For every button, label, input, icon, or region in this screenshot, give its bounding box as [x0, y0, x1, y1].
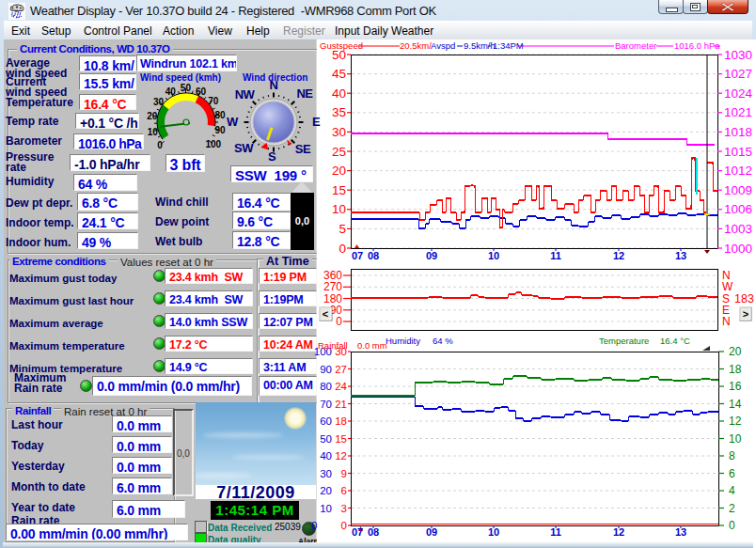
svg-text:1009: 1009	[724, 183, 752, 197]
svg-text:09: 09	[426, 250, 437, 261]
svg-text:20: 20	[320, 485, 332, 496]
svg-text:NE: NE	[296, 86, 313, 101]
svg-text:12: 12	[729, 415, 742, 428]
svg-text:100: 100	[205, 139, 221, 149]
svg-text:1:34PM: 1:34PM	[493, 40, 524, 51]
svg-text:60: 60	[320, 415, 332, 427]
svg-text:6: 6	[341, 485, 347, 496]
svg-text:0.0 mm: 0.0 mm	[357, 340, 387, 351]
svg-text:1015: 1015	[724, 145, 752, 159]
svg-text:Temperature: Temperature	[599, 336, 649, 346]
svg-text:64 %: 64 %	[433, 336, 453, 346]
svg-text:12: 12	[613, 250, 624, 261]
svg-text:0: 0	[729, 519, 735, 532]
svg-text:20: 20	[147, 111, 158, 121]
svg-text:1030: 1030	[724, 48, 752, 62]
svg-text:20: 20	[332, 164, 346, 178]
svg-text:4: 4	[729, 484, 735, 497]
svg-text:10: 10	[332, 202, 346, 216]
svg-text:9.5km/h: 9.5km/h	[464, 40, 496, 51]
svg-text:14: 14	[729, 398, 742, 411]
svg-text:80: 80	[215, 110, 227, 120]
svg-text:1021: 1021	[724, 105, 752, 119]
svg-text:30: 30	[153, 97, 165, 107]
svg-text:90: 90	[320, 364, 332, 375]
svg-text:11: 11	[550, 250, 561, 261]
svg-text:SW: SW	[234, 141, 254, 155]
svg-text:>: >	[743, 308, 748, 320]
svg-text:0: 0	[339, 242, 346, 256]
svg-text:10: 10	[729, 432, 742, 446]
svg-text:07: 07	[352, 250, 363, 261]
svg-text:Rainfall: Rainfall	[318, 340, 348, 351]
svg-text:35: 35	[332, 105, 346, 119]
svg-text:Barometer: Barometer	[615, 40, 656, 51]
svg-text:6: 6	[729, 467, 735, 480]
svg-text:5: 5	[339, 222, 346, 236]
svg-text:18: 18	[335, 415, 347, 427]
svg-text:10: 10	[148, 127, 159, 137]
svg-text:13: 13	[675, 250, 686, 261]
svg-text:50: 50	[181, 83, 192, 93]
svg-text:10: 10	[488, 250, 499, 261]
svg-text:90: 90	[215, 125, 227, 135]
svg-text:40: 40	[320, 450, 332, 462]
svg-text:15: 15	[332, 183, 346, 197]
svg-text:<: <	[323, 308, 328, 320]
svg-text:0: 0	[336, 315, 342, 328]
svg-text:70: 70	[208, 96, 219, 106]
svg-text:25: 25	[332, 145, 346, 159]
svg-text:20: 20	[729, 345, 742, 358]
svg-text:E: E	[312, 115, 321, 129]
svg-text:07: 07	[352, 526, 363, 538]
svg-text:27: 27	[335, 364, 347, 375]
svg-text:W: W	[227, 115, 239, 129]
svg-text:30: 30	[332, 125, 346, 139]
svg-text:0: 0	[311, 520, 317, 531]
svg-text:N: N	[722, 315, 731, 328]
svg-text:16: 16	[729, 380, 742, 393]
svg-text:2: 2	[729, 502, 735, 515]
svg-text:24: 24	[335, 381, 347, 392]
svg-text:45: 45	[332, 67, 346, 81]
svg-text:1027: 1027	[724, 67, 752, 81]
svg-text:20.5km/: 20.5km/	[400, 40, 432, 51]
svg-text:18: 18	[729, 363, 742, 376]
svg-text:1016.0 hPa: 1016.0 hPa	[674, 40, 720, 51]
svg-text:50: 50	[320, 433, 332, 445]
svg-text:08: 08	[368, 250, 379, 261]
svg-text:16.4 °C: 16.4 °C	[660, 336, 690, 346]
svg-text:S: S	[268, 149, 276, 164]
svg-text:0: 0	[341, 520, 347, 531]
svg-text:15: 15	[335, 433, 347, 445]
svg-text:60: 60	[196, 86, 207, 97]
svg-text:9: 9	[341, 468, 347, 479]
svg-text:1000: 1000	[724, 242, 752, 256]
svg-text:12: 12	[335, 450, 347, 462]
svg-text:NW: NW	[235, 87, 256, 102]
svg-text:40: 40	[165, 86, 177, 97]
svg-text:40: 40	[332, 86, 346, 101]
svg-text:1006: 1006	[724, 202, 752, 216]
svg-text:0: 0	[157, 140, 163, 150]
svg-text:21: 21	[335, 399, 347, 410]
svg-text:1018: 1018	[724, 125, 752, 139]
svg-text:3: 3	[341, 503, 347, 514]
svg-text:8: 8	[729, 449, 735, 462]
svg-text:Gustspeed: Gustspeed	[320, 40, 363, 51]
svg-text:SE: SE	[295, 142, 311, 156]
svg-text:80: 80	[320, 381, 332, 392]
svg-text:Humidity: Humidity	[386, 336, 420, 346]
svg-text:10: 10	[320, 503, 332, 514]
svg-text:Avspd: Avspd	[431, 40, 455, 51]
svg-text:70: 70	[320, 399, 332, 410]
svg-text:1012: 1012	[724, 164, 752, 178]
svg-text:N: N	[270, 78, 278, 92]
svg-text:183: 183	[734, 292, 754, 305]
svg-text:1024: 1024	[724, 86, 753, 101]
svg-text:30: 30	[320, 468, 332, 479]
svg-text:1003: 1003	[724, 222, 752, 236]
